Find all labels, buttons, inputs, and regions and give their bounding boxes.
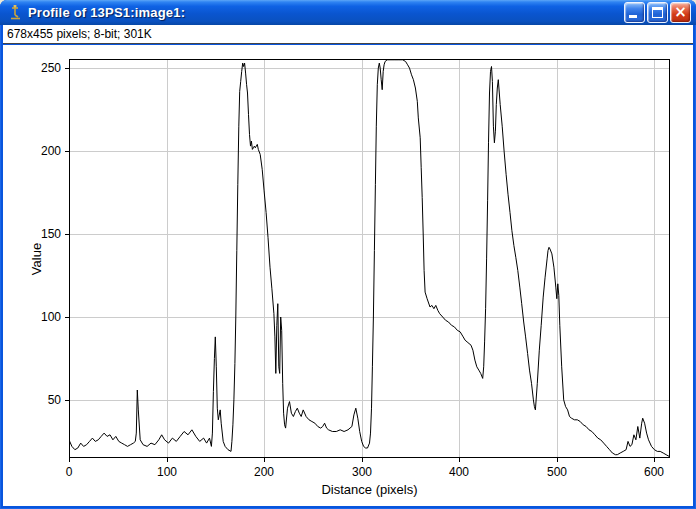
x-tick-label: 0 xyxy=(66,465,73,479)
x-tick-label: 600 xyxy=(644,465,664,479)
profile-curve xyxy=(69,59,670,458)
x-axis-title: Distance (pixels) xyxy=(321,482,417,497)
plot-window: Profile of 13PS1:image1: × 678x455 pixel… xyxy=(0,0,696,509)
x-tick-mark xyxy=(167,458,168,462)
x-tick-label: 500 xyxy=(547,465,567,479)
x-tick-mark xyxy=(557,458,558,462)
x-tick-label: 100 xyxy=(157,465,177,479)
y-tick-label: 200 xyxy=(27,144,61,158)
y-tick-label: 50 xyxy=(27,393,61,407)
x-tick-mark xyxy=(362,458,363,462)
x-tick-mark xyxy=(69,458,70,462)
y-axis-title: Value xyxy=(29,242,44,274)
x-tick-mark xyxy=(654,458,655,462)
plot-area: Value Distance (pixels) 0100200300400500… xyxy=(0,0,696,509)
y-tick-label: 250 xyxy=(27,61,61,75)
x-tick-label: 200 xyxy=(254,465,274,479)
x-tick-mark xyxy=(459,458,460,462)
x-tick-label: 400 xyxy=(449,465,469,479)
y-tick-label: 150 xyxy=(27,227,61,241)
x-tick-label: 300 xyxy=(352,465,372,479)
x-tick-mark xyxy=(264,458,265,462)
y-tick-label: 100 xyxy=(27,310,61,324)
screen: Profile of 13PS1:image1: × 678x455 pixel… xyxy=(0,0,696,509)
